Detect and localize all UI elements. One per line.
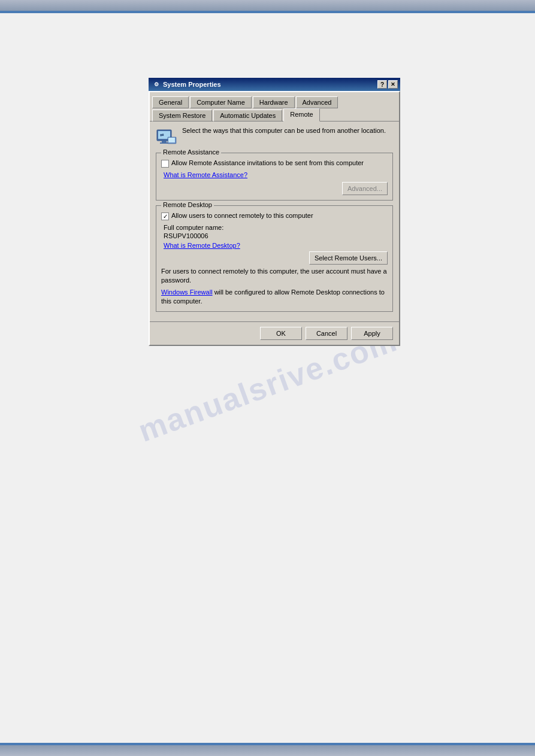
apply-button[interactable]: Apply [351,327,393,340]
system-properties-dialog: ⚙ System Properties ? ✕ General Computer… [149,78,400,346]
title-bar-buttons: ? ✕ [377,80,398,89]
select-remote-users-row: Select Remote Users... [161,251,388,265]
svg-rect-2 [162,141,167,142]
tab-automatic-updates[interactable]: Automatic Updates [213,110,282,122]
tab-general[interactable]: General [152,96,189,108]
remote-assistance-checkbox-label: Allow Remote Assistance invitations to b… [171,159,364,166]
dialog-body: General Computer Name Hardware Advanced … [149,91,400,346]
tab-remote[interactable]: Remote [283,108,320,122]
full-computer-name-label: Full computer name: [164,224,388,231]
bottom-blue-line [0,743,535,745]
header-section: ⇄ Select the ways that this computer can… [156,126,393,148]
bottom-decorative-bar [0,745,535,756]
header-text: Select the ways that this computer can b… [182,126,393,135]
remote-desktop-group: Remote Desktop Allow users to connect re… [156,205,393,312]
what-is-remote-desktop-link[interactable]: What is Remote Desktop? [164,242,240,249]
dialog-footer: OK Cancel Apply [150,321,399,345]
tab-computer-name[interactable]: Computer Name [190,96,252,108]
firewall-info: Windows Firewall will be configured to a… [161,288,388,306]
remote-assistance-checkbox-row: Allow Remote Assistance invitations to b… [161,159,388,168]
full-computer-name-value: RSUPV100006 [164,232,388,239]
tab-advanced[interactable]: Advanced [296,96,338,108]
tab-system-restore[interactable]: System Restore [152,110,212,122]
remote-icon: ⇄ [156,126,177,148]
dialog-icon: ⚙ [152,80,161,89]
remote-desktop-checkbox-row: Allow users to connect remotely to this … [161,212,388,220]
remote-assistance-advanced-button[interactable]: Advanced... [342,182,388,195]
select-remote-users-button[interactable]: Select Remote Users... [309,251,388,265]
tab-hardware[interactable]: Hardware [253,96,295,108]
dialog-title: System Properties [163,81,221,88]
tabs-container: General Computer Name Hardware Advanced … [150,92,399,122]
title-bar-left: ⚙ System Properties [152,80,221,89]
svg-rect-3 [160,142,168,144]
windows-firewall-link[interactable]: Windows Firewall [161,289,213,296]
title-bar: ⚙ System Properties ? ✕ [149,78,400,91]
remote-assistance-legend: Remote Assistance [161,148,221,156]
ok-button[interactable]: OK [260,327,302,340]
remote-desktop-legend: Remote Desktop [161,201,214,208]
remote-desktop-checkbox-label: Allow users to connect remotely to this … [171,212,313,219]
top-decorative-bar [0,0,535,11]
svg-rect-6 [168,138,175,142]
remote-assistance-content: Allow Remote Assistance invitations to b… [161,159,388,195]
help-button[interactable]: ? [377,80,387,89]
close-button[interactable]: ✕ [388,80,398,89]
top-blue-line [0,11,535,13]
remote-desktop-checkbox[interactable] [161,212,169,220]
remote-assistance-advanced-row: Advanced... [161,182,388,195]
remote-assistance-checkbox[interactable] [161,160,169,168]
svg-text:⇄: ⇄ [160,132,164,138]
what-is-remote-assistance-link[interactable]: What is Remote Assistance? [164,171,247,178]
remote-assistance-group: Remote Assistance Allow Remote Assistanc… [156,153,393,201]
content-area: ⇄ Select the ways that this computer can… [150,122,399,321]
remote-desktop-info: For users to connect remotely to this co… [161,267,388,286]
cancel-button[interactable]: Cancel [306,327,347,340]
remote-desktop-content: Allow users to connect remotely to this … [161,212,388,306]
